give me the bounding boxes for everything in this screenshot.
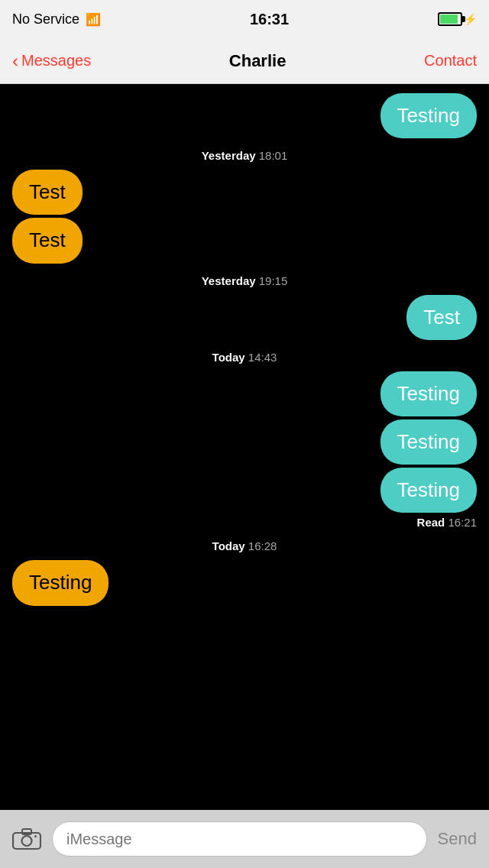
bubble-row: Testing xyxy=(12,93,477,138)
back-button[interactable]: ‹ Messages xyxy=(12,52,91,70)
message-bubble: Testing xyxy=(381,468,477,513)
carrier-label: No Service xyxy=(12,11,79,28)
input-bar: Send xyxy=(0,810,489,868)
message-bubble: Test xyxy=(12,218,83,263)
conversation-title: Charlie xyxy=(229,51,287,71)
message-bubble: Testing xyxy=(12,560,108,605)
svg-point-3 xyxy=(34,835,37,837)
contact-button[interactable]: Contact xyxy=(424,52,477,70)
message-bubble: Test xyxy=(406,295,477,340)
bubble-row: Testing xyxy=(12,560,477,605)
bubble-row: Test xyxy=(12,218,477,263)
bubble-row: Testing xyxy=(12,419,477,465)
message-bubble: Testing xyxy=(381,419,477,465)
status-right: ⚡ xyxy=(438,12,477,26)
svg-point-1 xyxy=(22,836,32,846)
bubble-row: Test xyxy=(12,295,477,340)
timestamp-divider: Yesterday 18:01 xyxy=(0,149,489,162)
bubble-row: Testing xyxy=(12,468,477,513)
battery-container: ⚡ xyxy=(438,12,477,26)
nav-bar: ‹ Messages Charlie Contact xyxy=(0,38,489,84)
battery-fill xyxy=(440,15,458,24)
timestamp-divider: Yesterday 19:15 xyxy=(0,274,489,287)
camera-button[interactable] xyxy=(9,821,44,857)
chevron-left-icon: ‹ xyxy=(12,52,18,70)
message-input[interactable] xyxy=(52,821,427,857)
timestamp-divider: Today 14:43 xyxy=(0,351,489,364)
messages-area: TestingYesterday 18:01TestTestYesterday … xyxy=(0,84,489,810)
read-receipt: Read 16:21 xyxy=(12,516,477,529)
wifi-icon: 📶 xyxy=(86,12,101,27)
back-label: Messages xyxy=(21,52,91,70)
timestamp-divider: Today 16:28 xyxy=(0,539,489,552)
time-label: 16:31 xyxy=(250,11,289,28)
status-left: No Service 📶 xyxy=(12,11,101,28)
bubble-row: Test xyxy=(12,170,477,215)
bolt-icon: ⚡ xyxy=(464,13,477,25)
message-bubble: Testing xyxy=(381,93,477,138)
bubble-row: Testing xyxy=(12,371,477,416)
status-bar: No Service 📶 16:31 ⚡ xyxy=(0,0,489,38)
message-bubble: Test xyxy=(12,170,83,215)
send-button[interactable]: Send xyxy=(435,829,480,849)
battery-icon xyxy=(438,12,462,26)
camera-icon xyxy=(12,828,41,850)
message-bubble: Testing xyxy=(381,371,477,416)
